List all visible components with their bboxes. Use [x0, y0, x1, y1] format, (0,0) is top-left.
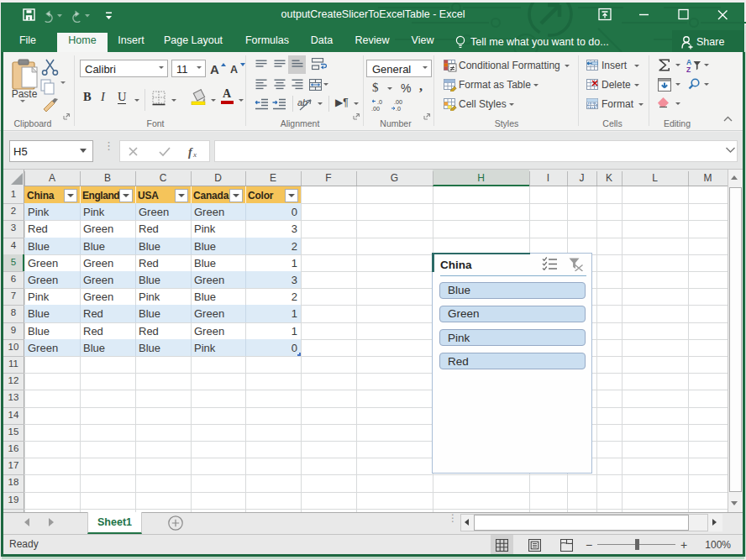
svg-text:.00: .00 — [371, 105, 380, 112]
svg-text:x: x — [192, 150, 197, 159]
svg-text:Z: Z — [686, 65, 691, 73]
svg-text:ab: ab — [297, 97, 307, 107]
svg-text:.0: .0 — [396, 105, 401, 112]
svg-text:A: A — [210, 62, 219, 76]
svg-text:A: A — [230, 64, 238, 76]
